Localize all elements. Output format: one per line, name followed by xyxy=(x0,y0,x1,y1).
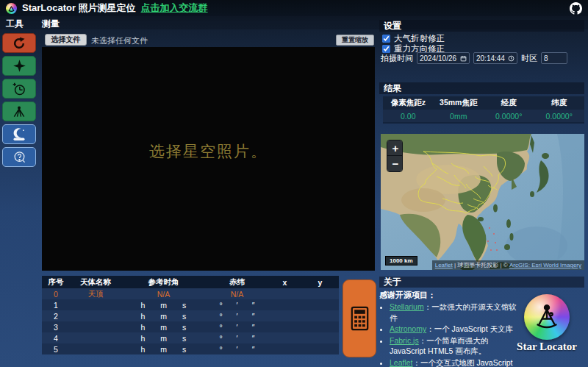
declination-cell[interactable]: °′″ xyxy=(206,301,268,310)
map-attribution: Leaflet | 球面墨卡托投影 | © ArcGIS: Esri World… xyxy=(432,260,584,270)
join-group-link[interactable]: 点击加入交流群 xyxy=(141,1,208,15)
tab-measure[interactable]: 测量 xyxy=(42,18,60,30)
gravity-checkbox[interactable] xyxy=(382,45,390,53)
timezone-input[interactable] xyxy=(541,52,567,64)
zenith-cell: 天顶 xyxy=(70,289,121,299)
results-table: 像素焦距z 35mm焦距 经度 纬度 0.00 0mm 0.0000° 0.00… xyxy=(383,96,584,124)
results-section-title: 结果 xyxy=(379,82,584,94)
tripod-tool-button[interactable] xyxy=(2,101,36,121)
results-col-focal-35mm: 35mm焦距 xyxy=(434,96,484,110)
results-value-row: 0.00 0mm 0.0000° 0.0000° xyxy=(383,110,584,124)
star-locator-logo-icon xyxy=(6,3,17,14)
moon-horizon-icon xyxy=(12,127,26,142)
map-zoom-out-button[interactable]: − xyxy=(387,156,403,171)
hour-angle-cell[interactable]: hms xyxy=(121,334,206,343)
list-item: Stellarium：一款强大的开源天文馆软件 xyxy=(390,302,522,323)
settings-section-title: 设置 xyxy=(379,20,584,32)
refraction-checkbox[interactable] xyxy=(382,35,390,43)
no-file-selected-text: 未选择任何文件 xyxy=(91,35,148,46)
clock-star-icon xyxy=(12,82,26,96)
calculate-button[interactable] xyxy=(343,279,376,357)
logo-caption: Star Locator xyxy=(506,341,588,353)
map-zoom-control: + − xyxy=(387,140,403,172)
fabricjs-link[interactable]: Fabric.js xyxy=(390,336,419,345)
tool-sidebar xyxy=(2,33,37,167)
thanks-label: 感谢开源项目： xyxy=(379,290,436,301)
results-col-latitude: 纬度 xyxy=(534,96,585,110)
app-header: StarLocator 照片测星定位 点击加入交流群 xyxy=(0,0,588,16)
map-scale-label: 1000 km xyxy=(385,256,417,266)
table-row: 3 hms °′″ xyxy=(42,321,339,332)
star-tool-button[interactable] xyxy=(2,56,36,76)
declination-cell[interactable]: °′″ xyxy=(206,345,268,354)
col-declination: 赤纬 xyxy=(206,277,268,288)
declination-cell[interactable]: °′″ xyxy=(206,334,268,343)
date-input[interactable] xyxy=(417,52,470,64)
col-y: y xyxy=(301,278,339,287)
table-row: 4 hms °′″ xyxy=(42,332,339,343)
night-mode-button[interactable] xyxy=(2,124,36,144)
astronomy-link[interactable]: Astronomy xyxy=(390,324,426,333)
clock-icon xyxy=(508,55,514,62)
tools-label: 工具 xyxy=(6,18,24,30)
hour-angle-cell[interactable]: hms xyxy=(121,345,206,354)
hour-angle-cell[interactable]: hms xyxy=(121,301,206,310)
star-table-header: 序号 天体名称 参考时角 赤纬 x y xyxy=(42,276,339,288)
hour-angle-cell[interactable]: hms xyxy=(121,312,206,321)
github-icon[interactable] xyxy=(570,2,582,15)
leaflet-link[interactable]: Leaflet xyxy=(390,358,413,367)
list-item: Leaflet：一个交互式地图 JavaScript 库 xyxy=(390,357,522,367)
page-title: StarLocator 照片测星定位 xyxy=(22,1,136,15)
list-item: Astronomy：一个 JavaScript 天文库 xyxy=(390,324,522,335)
shoot-time-label: 拍摄时间 xyxy=(381,53,413,64)
table-row: 5 hms °′″ xyxy=(42,343,339,354)
refraction-checkbox-row[interactable]: 大气折射修正 xyxy=(382,33,445,43)
timezone-label: 时区 xyxy=(521,53,537,64)
results-header-row: 像素焦距z 35mm焦距 经度 纬度 xyxy=(383,96,584,110)
rotate-tool-button[interactable] xyxy=(2,33,36,53)
star-locator-logo xyxy=(524,294,570,340)
table-row: 2 hms °′″ xyxy=(42,310,339,321)
photo-canvas[interactable]: 选择星空照片。 xyxy=(42,47,375,271)
time-input[interactable] xyxy=(473,52,517,64)
hour-angle-cell[interactable]: hms xyxy=(121,323,206,332)
longitude-value: 0.0000° xyxy=(484,110,534,122)
canvas-placeholder-text: 选择星空照片。 xyxy=(42,141,375,162)
time-tool-button[interactable] xyxy=(2,79,36,99)
focal-35mm-value: 0mm xyxy=(434,110,484,122)
time-value-field[interactable] xyxy=(476,54,506,63)
star-icon xyxy=(12,59,26,73)
choose-file-button[interactable]: 选择文件 xyxy=(45,34,87,46)
focal-px-value: 0.00 xyxy=(383,110,434,122)
help-button[interactable] xyxy=(2,147,36,167)
col-body-name: 天体名称 xyxy=(70,277,121,288)
results-col-focal-px: 像素焦距z xyxy=(383,96,434,110)
declination-cell[interactable]: °′″ xyxy=(206,323,268,332)
results-col-longitude: 经度 xyxy=(484,96,534,110)
rotate-icon xyxy=(12,36,26,51)
leaflet-link[interactable]: Leaflet xyxy=(435,262,453,268)
date-value-field[interactable] xyxy=(420,54,458,63)
table-row: 0 天顶 N/A N/A xyxy=(42,288,339,299)
reset-zoom-button[interactable]: 重置缩放 xyxy=(336,35,374,46)
esri-link[interactable]: ArcGIS: Esri World Imagery xyxy=(509,262,581,268)
declination-cell[interactable]: °′″ xyxy=(206,312,268,321)
star-table: 序号 天体名称 参考时角 赤纬 x y 0 天顶 N/A N/A 1 hms °… xyxy=(42,276,339,354)
tripod-icon xyxy=(12,104,26,119)
open-source-list: Stellarium：一款强大的开源天文馆软件 Astronomy：一个 Jav… xyxy=(390,302,522,367)
table-row: 1 hms °′″ xyxy=(42,299,339,310)
refraction-label: 大气折射修正 xyxy=(394,33,445,44)
list-item: Fabric.js：一个简单而强大的 JavaScript HTML5 画布库。 xyxy=(390,335,522,357)
col-index: 序号 xyxy=(42,277,70,288)
latitude-value: 0.0000° xyxy=(534,110,585,122)
about-section-title: 关于 xyxy=(379,277,584,288)
timezone-value-field[interactable] xyxy=(544,54,564,63)
col-hour-angle: 参考时角 xyxy=(121,277,206,288)
shoot-time-row: 拍摄时间 时区 xyxy=(381,52,584,64)
stellarium-link[interactable]: Stellarium xyxy=(390,302,424,311)
help-face-icon xyxy=(12,150,26,164)
col-x: x xyxy=(268,278,301,287)
location-map[interactable]: + − 1000 km Leaflet | 球面墨卡托投影 | © ArcGIS… xyxy=(381,134,584,270)
calendar-icon xyxy=(460,55,467,62)
map-zoom-in-button[interactable]: + xyxy=(387,140,403,156)
